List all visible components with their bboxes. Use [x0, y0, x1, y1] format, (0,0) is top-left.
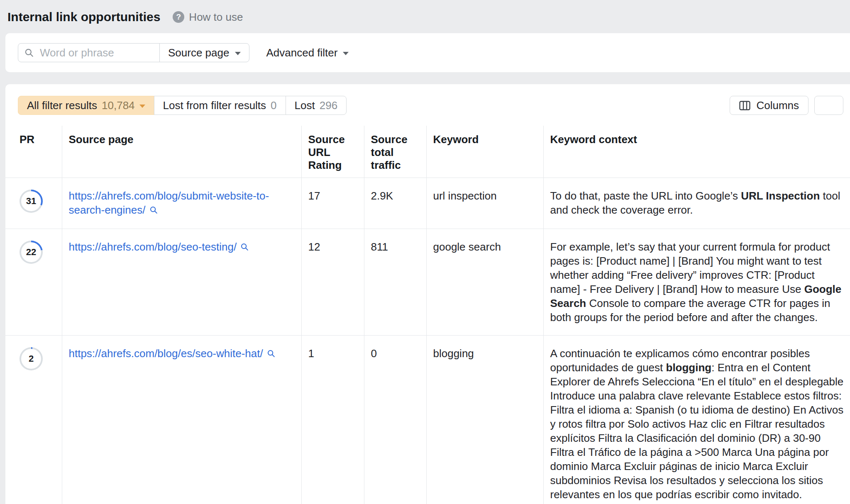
tab-label: Lost from filter results	[163, 99, 266, 112]
source-page-link[interactable]: https://ahrefs.com/blog/seo-testing/	[69, 241, 237, 253]
page-header: Internal link opportunities ? How to use	[0, 0, 850, 33]
source-url-rating: 17	[308, 190, 320, 202]
how-to-use-link[interactable]: ? How to use	[173, 11, 243, 24]
source-page-label: Source page	[168, 46, 229, 59]
filters-card: Source page Advanced filter	[5, 33, 850, 72]
table-row: 31 https://ahrefs.com/blog/submit-websit…	[5, 178, 850, 229]
results-table-wrap: PR Source page Source URL Rating Source …	[5, 126, 850, 504]
pr-value: 22	[21, 242, 41, 262]
keyword: google search	[433, 241, 501, 253]
chevron-down-icon	[139, 105, 145, 108]
column-header-pr: PR	[5, 126, 62, 178]
keyword: blogging	[433, 347, 474, 360]
table-header-row: PR Source page Source URL Rating Source …	[5, 126, 850, 178]
source-url-rating-cell: 17	[301, 178, 364, 229]
tab-count: 296	[320, 99, 337, 112]
tab-label: All filter results	[27, 99, 97, 112]
table-body: 31 https://ahrefs.com/blog/submit-websit…	[5, 178, 850, 504]
source-page-link[interactable]: https://ahrefs.com/blog/submit-website-t…	[69, 190, 269, 216]
cutoff-button[interactable]	[814, 96, 843, 115]
column-header-source-page: Source page	[62, 126, 301, 178]
keyword-context: For example, let’s say that your current…	[543, 229, 850, 336]
source-total-traffic: 2.9K	[371, 190, 393, 202]
question-circle-icon: ?	[173, 11, 184, 23]
pr-progress-ring: 22	[20, 241, 43, 264]
tab-count: 10,784	[102, 99, 135, 112]
source-url-rating: 12	[308, 241, 320, 253]
table-row: 22 https://ahrefs.com/blog/seo-testing/ …	[5, 229, 850, 336]
search-icon	[24, 48, 34, 58]
results-card: All filter results 10,784 Lost from filt…	[5, 84, 850, 504]
column-header-source-total-traffic: Source total traffic	[364, 126, 426, 178]
columns-label: Columns	[756, 99, 799, 112]
columns-button[interactable]: Columns	[730, 96, 808, 115]
source-total-traffic: 811	[371, 241, 388, 253]
column-header-keyword-context: Keyword context	[543, 126, 850, 178]
pr-value: 2	[21, 349, 41, 369]
page-title: Internal link opportunities	[7, 10, 160, 24]
pr-value: 31	[21, 191, 41, 211]
source-url-rating: 1	[308, 347, 314, 360]
search-input[interactable]	[39, 46, 154, 60]
source-total-traffic-cell: 0	[364, 336, 426, 504]
source-total-traffic-cell: 2.9K	[364, 178, 426, 229]
tab-label: Lost	[295, 99, 315, 112]
advanced-filter-dropdown[interactable]: Advanced filter	[266, 46, 349, 59]
search-box[interactable]	[18, 43, 160, 62]
keyword-cell: url inspection	[426, 178, 543, 229]
inspect-link-icon[interactable]	[240, 241, 249, 255]
table-row: 2 https://ahrefs.com/blog/es/seo-white-h…	[5, 336, 850, 504]
source-total-traffic-cell: 811	[364, 229, 426, 336]
search-input-group: Source page	[18, 43, 249, 62]
column-header-keyword: Keyword	[426, 126, 543, 178]
chevron-down-icon	[235, 52, 241, 55]
keyword-cell: blogging	[426, 336, 543, 504]
tab-lost-from-filter-results[interactable]: Lost from filter results 0	[154, 96, 286, 115]
tab-all-filter-results[interactable]: All filter results 10,784	[18, 96, 154, 115]
source-url-rating-cell: 12	[301, 229, 364, 336]
inspect-link-icon[interactable]	[267, 347, 276, 361]
source-page-dropdown[interactable]: Source page	[159, 43, 249, 62]
advanced-filter-label: Advanced filter	[266, 46, 337, 59]
keyword-context: A continuación te explicamos cómo encont…	[543, 336, 850, 504]
source-total-traffic: 0	[371, 347, 377, 360]
results-toolbar: All filter results 10,784 Lost from filt…	[5, 96, 850, 115]
source-url-rating-cell: 1	[301, 336, 364, 504]
how-to-use-label: How to use	[189, 11, 243, 24]
keyword: url inspection	[433, 190, 497, 202]
toolbar-right: Columns	[730, 96, 843, 115]
keyword-context: To do that, paste the URL into Google’s …	[543, 178, 850, 229]
inspect-link-icon[interactable]	[149, 204, 158, 218]
source-page-link[interactable]: https://ahrefs.com/blog/es/seo-white-hat…	[69, 347, 263, 360]
filter-results-tabs: All filter results 10,784 Lost from filt…	[18, 96, 347, 115]
columns-icon	[739, 101, 750, 110]
pr-progress-ring: 2	[20, 347, 43, 370]
results-table: PR Source page Source URL Rating Source …	[5, 126, 850, 504]
tab-count: 0	[271, 99, 276, 112]
tab-lost[interactable]: Lost 296	[286, 96, 347, 115]
chevron-down-icon	[343, 52, 349, 55]
pr-progress-ring: 31	[20, 190, 43, 213]
column-header-source-url-rating: Source URL Rating	[301, 126, 364, 178]
keyword-cell: google search	[426, 229, 543, 336]
